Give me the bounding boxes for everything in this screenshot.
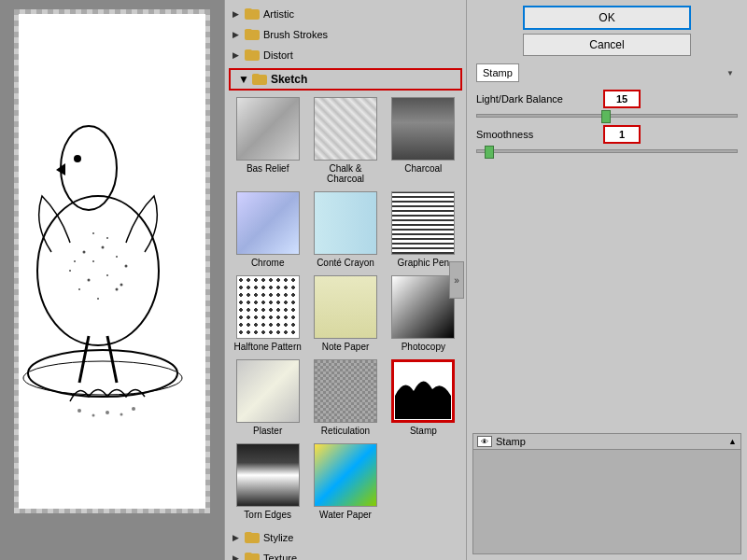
smoothness-thumb[interactable] bbox=[485, 146, 494, 159]
svg-point-15 bbox=[92, 260, 94, 262]
filter-item-water-paper[interactable]: Water Paper bbox=[310, 443, 380, 520]
filter-item-plaster[interactable]: Plaster bbox=[233, 359, 303, 436]
filter-select-row: Stamp bbox=[476, 63, 738, 82]
light-dark-balance-row: Light/Dark Balance 15 bbox=[476, 90, 738, 108]
light-dark-balance-thumb[interactable] bbox=[601, 110, 611, 123]
filter-item-bas-relief[interactable]: Bas Relief bbox=[233, 97, 303, 184]
category-header-brush-strokes[interactable]: ▶ Brush Strokes bbox=[225, 26, 466, 43]
layer-visibility-icon[interactable]: 👁 bbox=[477, 436, 492, 447]
filter-thumb-halftone-pattern bbox=[236, 275, 300, 339]
filter-label-reticulation: Reticulation bbox=[321, 426, 370, 436]
light-dark-balance-label: Light/Dark Balance bbox=[476, 93, 598, 105]
category-header-artistic[interactable]: ▶ Artistic bbox=[225, 6, 466, 22]
filter-thumb-bas-relief bbox=[236, 97, 300, 161]
filter-thumb-charcoal bbox=[391, 97, 455, 161]
svg-point-17 bbox=[116, 256, 118, 258]
right-settings-panel: OK Cancel Stamp Light/Dark Balance 15 bbox=[467, 0, 747, 560]
svg-point-26 bbox=[106, 237, 108, 239]
collapse-panel-button[interactable]: » bbox=[449, 261, 464, 299]
filter-select[interactable]: Stamp bbox=[476, 63, 519, 82]
filter-item-conte-crayon[interactable]: Conté Crayon bbox=[310, 191, 380, 268]
smoothness-label: Smoothness bbox=[476, 129, 598, 140]
svg-point-19 bbox=[106, 274, 108, 276]
smoothness-row: Smoothness 1 bbox=[476, 125, 738, 144]
canvas-preview bbox=[14, 9, 210, 513]
filter-select-wrapper: Stamp bbox=[476, 63, 738, 82]
svg-point-30 bbox=[92, 414, 95, 417]
category-label-sketch: Sketch bbox=[271, 73, 307, 86]
filter-label-charcoal: Charcoal bbox=[404, 163, 442, 174]
svg-point-22 bbox=[97, 298, 99, 300]
filter-thumb-chalk-charcoal bbox=[314, 97, 377, 161]
category-header-sketch[interactable]: ▼ Sketch bbox=[229, 68, 462, 91]
arrow-texture: ▶ bbox=[233, 553, 242, 560]
category-label-brush-strokes: Brush Strokes bbox=[263, 29, 328, 40]
layers-panel: 👁 Stamp ▲ bbox=[472, 433, 741, 554]
action-buttons: OK Cancel bbox=[472, 6, 741, 56]
filter-category-brush-strokes: ▶ Brush Strokes bbox=[225, 24, 466, 45]
svg-point-32 bbox=[120, 413, 123, 416]
folder-icon-artistic bbox=[245, 8, 260, 20]
filter-label-torn-edges: Torn Edges bbox=[244, 510, 291, 520]
filter-label-plaster: Plaster bbox=[253, 426, 282, 436]
smoothness-track bbox=[476, 149, 738, 153]
filter-item-torn-edges[interactable]: Torn Edges bbox=[233, 443, 303, 520]
filter-thumb-note-paper bbox=[314, 275, 377, 339]
filter-list-panel: ▶ Artistic ▶ Brush Strokes ▶ Distort bbox=[224, 0, 467, 560]
svg-point-18 bbox=[88, 279, 91, 282]
filter-category-sketch: ▼ Sketch Bas Relief Chalk & Charcoal Cha… bbox=[225, 65, 466, 527]
filter-label-graphic-pen: Graphic Pen bbox=[398, 258, 450, 268]
layers-panel-header: 👁 Stamp ▲ bbox=[473, 434, 740, 450]
arrow-sketch: ▼ bbox=[238, 73, 249, 86]
filter-item-halftone-pattern[interactable]: Halftone Pattern bbox=[233, 275, 303, 352]
smoothness-value[interactable]: 1 bbox=[603, 125, 641, 144]
category-header-stylize[interactable]: ▶ Stylize bbox=[225, 529, 466, 546]
filter-label-note-paper: Note Paper bbox=[322, 342, 370, 352]
svg-point-14 bbox=[83, 251, 86, 254]
filter-item-photocopy[interactable]: Photocopy bbox=[388, 275, 458, 352]
filter-thumb-plaster bbox=[236, 359, 300, 423]
ok-button[interactable]: OK bbox=[523, 6, 691, 30]
svg-point-23 bbox=[69, 270, 71, 272]
filter-item-reticulation[interactable]: Reticulation bbox=[310, 359, 380, 436]
filter-item-graphic-pen[interactable]: Graphic Pen bbox=[388, 191, 458, 268]
filter-item-stamp[interactable]: Stamp bbox=[388, 359, 458, 436]
svg-point-25 bbox=[92, 232, 94, 234]
svg-rect-35 bbox=[395, 396, 451, 419]
svg-point-33 bbox=[132, 407, 135, 411]
light-dark-balance-slider-row bbox=[476, 114, 738, 118]
filter-item-charcoal[interactable]: Charcoal bbox=[388, 97, 458, 184]
category-label-distort: Distort bbox=[263, 49, 293, 61]
svg-point-29 bbox=[78, 409, 81, 413]
sketch-filter-grid: Bas Relief Chalk & Charcoal Charcoal Chr… bbox=[225, 91, 466, 525]
filter-thumb-stamp bbox=[391, 359, 455, 423]
category-header-distort[interactable]: ▶ Distort bbox=[225, 47, 466, 63]
filter-category-artistic: ▶ Artistic bbox=[225, 4, 466, 24]
smoothness-slider-row bbox=[476, 149, 738, 153]
svg-point-28 bbox=[74, 260, 76, 262]
filter-thumb-reticulation bbox=[314, 359, 377, 423]
svg-rect-5 bbox=[19, 14, 205, 509]
light-dark-balance-value[interactable]: 15 bbox=[603, 90, 641, 108]
filter-item-note-paper[interactable]: Note Paper bbox=[310, 275, 380, 352]
category-label-stylize: Stylize bbox=[263, 532, 293, 543]
cancel-button[interactable]: Cancel bbox=[523, 34, 691, 56]
filter-thumb-chrome bbox=[236, 191, 300, 255]
svg-point-20 bbox=[78, 288, 80, 290]
filter-label-chrome: Chrome bbox=[251, 258, 285, 268]
filter-label-water-paper: Water Paper bbox=[319, 510, 372, 520]
filter-label-halftone-pattern: Halftone Pattern bbox=[234, 342, 302, 352]
folder-icon-stylize bbox=[245, 532, 260, 543]
filter-item-chalk-charcoal[interactable]: Chalk & Charcoal bbox=[310, 97, 380, 184]
svg-point-21 bbox=[120, 284, 123, 287]
filter-item-chrome[interactable]: Chrome bbox=[233, 191, 303, 268]
arrow-distort: ▶ bbox=[233, 50, 242, 60]
filter-category-stylize: ▶ Stylize bbox=[225, 527, 466, 548]
filter-thumb-conte-crayon bbox=[314, 191, 377, 255]
svg-point-31 bbox=[106, 411, 109, 414]
filter-label-chalk-charcoal: Chalk & Charcoal bbox=[310, 163, 380, 184]
svg-point-27 bbox=[116, 288, 119, 291]
folder-icon-brush-strokes bbox=[245, 29, 260, 40]
svg-point-24 bbox=[125, 265, 128, 268]
category-header-texture[interactable]: ▶ Texture bbox=[225, 550, 466, 560]
